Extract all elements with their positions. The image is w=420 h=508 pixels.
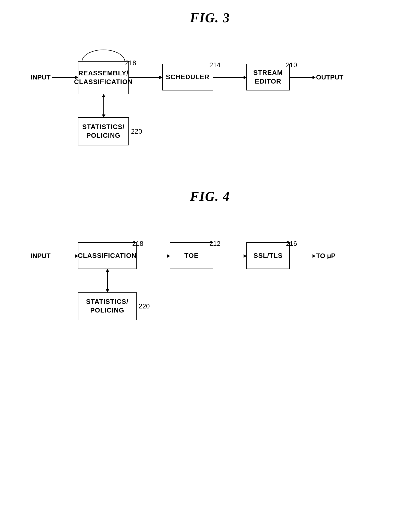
- fig3-title: FIG. 3: [15, 10, 405, 25]
- fig3-stream-editor-box: STREAM EDITOR: [246, 64, 290, 90]
- fig3-reassembly-scheduler-arrow: [129, 77, 162, 78]
- fig4-stats-arrow: [107, 269, 108, 292]
- fig4-classification-toe-arrow: [137, 256, 170, 256]
- fig3-scheduler-box: SCHEDULER: [162, 64, 213, 90]
- fig4-output-label: TO μP: [316, 252, 335, 260]
- fig4-ssl-box: SSL/TLS: [246, 242, 290, 269]
- fig3-diagram: INPUT REASSEMBLY/ CLASSIFICATION 218 SCH…: [15, 36, 405, 168]
- fig3-scheduler-editor-arrow: [213, 77, 246, 78]
- fig4-classification-ref: 218: [132, 240, 143, 248]
- fig3-output-label: OUTPUT: [316, 73, 343, 81]
- fig4-toe-ssl-arrow: [213, 256, 246, 256]
- fig3-stats-arrow: [103, 94, 104, 117]
- fig4-diagram: INPUT CLASSIFICATION 218 TOE 212 SSL/TLS…: [15, 214, 405, 347]
- fig4-input-label: INPUT: [31, 252, 51, 260]
- fig3-output-arrow: [290, 77, 315, 78]
- fig4-classification-box: CLASSIFICATION: [78, 242, 137, 269]
- fig3-statistics-ref: 220: [131, 128, 142, 135]
- fig3-editor-ref: 210: [286, 61, 297, 69]
- fig3-reassembly-box: REASSEMBLY/ CLASSIFICATION: [78, 61, 129, 94]
- fig3-scheduler-ref: 214: [209, 61, 220, 69]
- fig4-ssl-ref: 216: [286, 240, 297, 248]
- fig4-output-arrow: [290, 256, 315, 256]
- fig4-toe-box: TOE: [170, 242, 213, 269]
- fig3-statistics-box: STATISTICS/ POLICING: [78, 117, 129, 145]
- page: FIG. 3 INPUT REASSEMBLY/ CLASSIFICATION …: [0, 0, 420, 508]
- fig4-statistics-ref: 220: [139, 302, 150, 310]
- fig4-input-arrow: [52, 256, 78, 256]
- fig3-input-label: INPUT: [31, 73, 51, 81]
- fig4-statistics-box: STATISTICS/ POLICING: [78, 292, 137, 320]
- fig4-title: FIG. 4: [15, 189, 405, 204]
- fig3-reassembly-ref: 218: [125, 59, 136, 67]
- fig4-toe-ref: 212: [209, 240, 220, 248]
